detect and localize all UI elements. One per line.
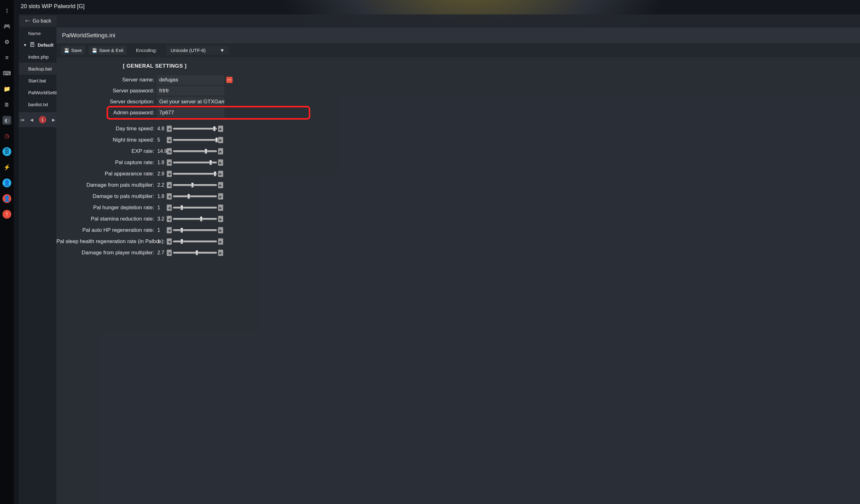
slider-decrement-button[interactable]: ◀ xyxy=(167,216,172,222)
slider-decrement-button[interactable]: ◀ xyxy=(167,193,172,199)
chevron-down-icon: ▼ xyxy=(220,48,225,53)
slider-decrement-button[interactable]: ◀ xyxy=(167,171,172,177)
user-circle-icon[interactable]: 👤 xyxy=(2,179,11,187)
setting-label: Night time speed: xyxy=(56,137,157,143)
slider-track[interactable] xyxy=(173,195,217,197)
slider-increment-button[interactable]: ▶ xyxy=(218,216,223,222)
slider-thumb[interactable] xyxy=(200,217,202,221)
slider-decrement-button[interactable]: ◀ xyxy=(167,238,172,244)
clock-icon[interactable]: ◷ xyxy=(2,132,11,140)
slider-track[interactable] xyxy=(173,173,217,175)
warning-icon[interactable]: ! xyxy=(2,210,11,219)
field-action-button[interactable]: ⋯ xyxy=(226,77,232,83)
slider-value: 4.8 xyxy=(157,126,167,132)
slider-increment-button[interactable]: ▶ xyxy=(218,205,223,211)
save-exit-button[interactable]: 💾 Save & Exit xyxy=(89,46,127,55)
setting-label: Admin password: xyxy=(56,110,157,116)
slider-thumb[interactable] xyxy=(181,205,183,210)
slider-track[interactable] xyxy=(173,150,217,152)
folder-label: Default xyxy=(38,42,54,48)
file-item[interactable]: PalWorldSettin xyxy=(19,87,56,98)
slider-value: 1 xyxy=(157,227,167,233)
slider-track[interactable] xyxy=(173,207,217,209)
setting-input[interactable]: 7p677 xyxy=(157,108,225,117)
folder-icon[interactable]: 📁 xyxy=(2,85,11,93)
slider-increment-button[interactable]: ▶ xyxy=(218,193,223,199)
arrow-left-icon: 🡐 xyxy=(25,18,30,24)
slider-increment-button[interactable]: ▶ xyxy=(218,137,223,143)
top-bar: 20 slots WIP Palworld [G] xyxy=(14,0,860,13)
page-title: 20 slots WIP Palworld [G] xyxy=(21,3,85,10)
slider-track[interactable] xyxy=(173,229,217,231)
slider-setting-row: Damage from player multipiler:2.7◀▶ xyxy=(56,248,860,258)
slider-thumb[interactable] xyxy=(196,250,198,255)
slider-track[interactable] xyxy=(173,218,217,220)
file-item[interactable]: banlist.txt xyxy=(19,98,56,110)
pager-first-icon[interactable]: ⏮ xyxy=(20,117,25,122)
file-plus-icon[interactable]: 🗎 xyxy=(2,100,11,109)
slider-increment-button[interactable]: ▶ xyxy=(218,125,223,132)
setting-label: Damage to pals multipiler: xyxy=(56,193,157,199)
steam-icon[interactable]: ◐ xyxy=(2,116,11,125)
go-back-button[interactable]: 🡐 Go back xyxy=(20,16,56,26)
slider-track[interactable] xyxy=(173,128,217,130)
slider-decrement-button[interactable]: ◀ xyxy=(167,205,172,211)
slider-increment-button[interactable]: ▶ xyxy=(218,171,223,177)
database-icon[interactable]: 🗄 xyxy=(2,147,11,156)
slider-thumb[interactable] xyxy=(209,160,212,165)
encoding-select[interactable]: Unicode (UTF-8) ▼ xyxy=(166,46,229,55)
slider-thumb[interactable] xyxy=(181,239,183,244)
goback-row: 🡐 Go back xyxy=(19,14,860,28)
slider-track[interactable] xyxy=(173,162,217,164)
setting-input[interactable]: frfrfr xyxy=(157,86,225,95)
setting-input[interactable]: Get your server at GTXGaming.c xyxy=(157,97,225,106)
pager-prev-icon[interactable]: ◀ xyxy=(30,117,33,122)
file-item[interactable]: Start.bat xyxy=(19,75,56,87)
keyboard-icon[interactable]: ⌨ xyxy=(2,69,11,78)
slider-increment-button[interactable]: ▶ xyxy=(218,148,223,154)
slider-increment-button[interactable]: ▶ xyxy=(218,238,223,244)
slider-value: 1 xyxy=(157,205,167,210)
slider-thumb[interactable] xyxy=(213,126,216,131)
section-title: [ GENERAL SETTINGS ] xyxy=(56,63,860,69)
slider-decrement-button[interactable]: ◀ xyxy=(167,250,172,256)
slider-thumb[interactable] xyxy=(187,194,190,199)
encoding-label: Encoding: xyxy=(136,48,157,53)
slider-thumb[interactable] xyxy=(191,183,194,188)
slider-track[interactable] xyxy=(173,139,217,141)
slider-track[interactable] xyxy=(173,252,217,254)
slider-decrement-button[interactable]: ◀ xyxy=(167,137,172,143)
user-alert-icon[interactable]: 👤 xyxy=(2,194,11,203)
gear-icon[interactable]: ⚙ xyxy=(2,38,11,46)
slider-track[interactable] xyxy=(173,184,217,186)
setting-label: Damage from player multipiler: xyxy=(56,250,157,256)
slider-track[interactable] xyxy=(173,240,217,242)
slider-decrement-button[interactable]: ◀ xyxy=(167,227,172,233)
pager-next-icon[interactable]: ▶ xyxy=(52,117,55,122)
pin-icon[interactable]: ⟟ xyxy=(2,6,11,15)
setting-input[interactable]: defugas xyxy=(157,75,225,85)
save-button[interactable]: 💾 Save xyxy=(61,46,85,55)
slider-decrement-button[interactable]: ◀ xyxy=(167,160,172,166)
sliders-icon[interactable]: ≡ xyxy=(2,53,11,62)
slider-thumb[interactable] xyxy=(205,149,207,154)
slider-increment-button[interactable]: ▶ xyxy=(218,227,223,233)
slider-thumb[interactable] xyxy=(214,171,216,176)
slider-decrement-button[interactable]: ◀ xyxy=(167,182,172,188)
slider-decrement-button[interactable]: ◀ xyxy=(167,148,172,154)
file-item[interactable]: Backup.bat xyxy=(19,63,56,75)
folder-default[interactable]: ▼ Default xyxy=(19,39,56,51)
slider-value: 14.9 xyxy=(157,148,167,154)
slider-thumb[interactable] xyxy=(215,137,218,143)
setting-label: Server description: xyxy=(56,99,157,105)
slider-thumb[interactable] xyxy=(181,228,183,233)
gamepad-icon[interactable]: 🎮 xyxy=(2,22,11,31)
folder-file-icon xyxy=(29,42,35,48)
bolt-icon[interactable]: ⚡ xyxy=(2,163,11,172)
file-sidebar: Name ▼ Default index.phpBackup.batStart.… xyxy=(19,28,56,504)
slider-increment-button[interactable]: ▶ xyxy=(218,182,223,188)
slider-decrement-button[interactable]: ◀ xyxy=(167,125,172,132)
slider-increment-button[interactable]: ▶ xyxy=(218,250,223,256)
slider-increment-button[interactable]: ▶ xyxy=(218,160,223,166)
file-item[interactable]: index.php xyxy=(19,51,56,63)
